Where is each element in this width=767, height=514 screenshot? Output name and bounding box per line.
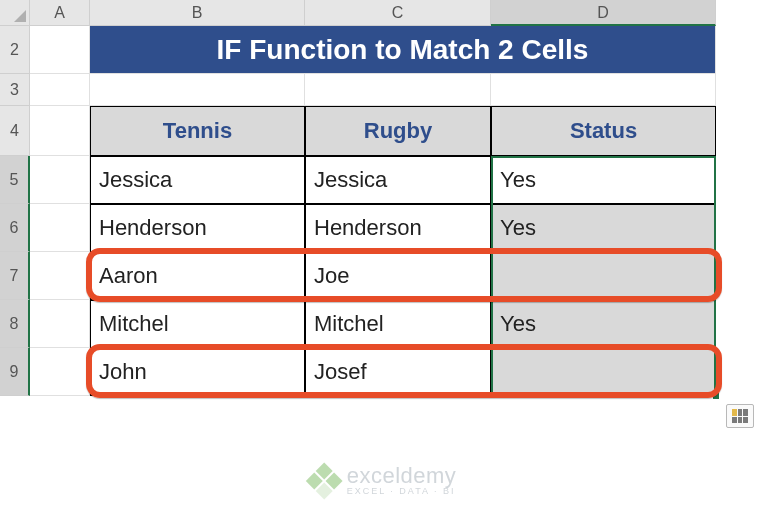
cell-A4[interactable] <box>30 106 90 156</box>
cell-A2[interactable] <box>30 26 90 74</box>
table-header-status[interactable]: Status <box>491 106 716 156</box>
cell-B8[interactable]: Mitchel <box>90 300 305 348</box>
cell-C9[interactable]: Josef <box>305 348 491 396</box>
quick-analysis-icon <box>732 409 748 423</box>
row-header-4[interactable]: 4 <box>0 106 30 156</box>
cell-C5[interactable]: Jessica <box>305 156 491 204</box>
col-header-B[interactable]: B <box>90 0 305 26</box>
title-band: IF Function to Match 2 Cells <box>90 26 716 74</box>
watermark-name: exceldemy <box>347 465 457 487</box>
cell-B9[interactable]: John <box>90 348 305 396</box>
cell-D8[interactable]: Yes <box>491 300 716 348</box>
cell-C6[interactable]: Henderson <box>305 204 491 252</box>
table-header-rugby[interactable]: Rugby <box>305 106 491 156</box>
cell-B6[interactable]: Henderson <box>90 204 305 252</box>
fill-handle[interactable] <box>712 392 720 400</box>
cell-D9[interactable] <box>491 348 716 396</box>
row-header-5[interactable]: 5 <box>0 156 30 204</box>
cell-A3[interactable] <box>30 74 90 106</box>
col-header-C[interactable]: C <box>305 0 491 26</box>
row-header-7[interactable]: 7 <box>0 252 30 300</box>
row-header-9[interactable]: 9 <box>0 348 30 396</box>
col-header-D[interactable]: D <box>491 0 716 26</box>
row-header-8[interactable]: 8 <box>0 300 30 348</box>
cell-D3[interactable] <box>491 74 716 106</box>
cell-B7[interactable]: Aaron <box>90 252 305 300</box>
cell-B5[interactable]: Jessica <box>90 156 305 204</box>
cell-A7[interactable] <box>30 252 90 300</box>
row-header-2[interactable]: 2 <box>0 26 30 74</box>
watermark-logo-icon <box>305 462 342 499</box>
cell-A6[interactable] <box>30 204 90 252</box>
cell-C3[interactable] <box>305 74 491 106</box>
row-header-6[interactable]: 6 <box>0 204 30 252</box>
cell-B3[interactable] <box>90 74 305 106</box>
cell-A8[interactable] <box>30 300 90 348</box>
row-header-3[interactable]: 3 <box>0 74 30 106</box>
cell-D6[interactable]: Yes <box>491 204 716 252</box>
cell-C8[interactable]: Mitchel <box>305 300 491 348</box>
quick-analysis-button[interactable] <box>726 404 754 428</box>
col-header-A[interactable]: A <box>30 0 90 26</box>
spreadsheet-grid: A B C D 2 IF Function to Match 2 Cells 3… <box>0 0 767 396</box>
watermark: exceldemy EXCEL · DATA · BI <box>311 465 457 496</box>
table-header-tennis[interactable]: Tennis <box>90 106 305 156</box>
watermark-tagline: EXCEL · DATA · BI <box>347 487 457 496</box>
cell-D7[interactable] <box>491 252 716 300</box>
cell-D5[interactable]: Yes <box>491 156 716 204</box>
cell-A9[interactable] <box>30 348 90 396</box>
select-all-corner[interactable] <box>0 0 30 26</box>
cell-C7[interactable]: Joe <box>305 252 491 300</box>
cell-A5[interactable] <box>30 156 90 204</box>
